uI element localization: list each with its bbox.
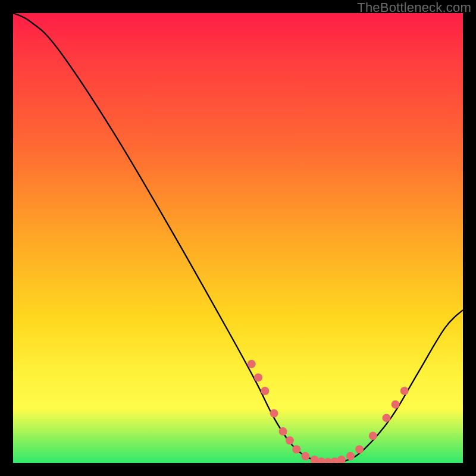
chart-marker bbox=[369, 432, 377, 440]
chart-marker bbox=[254, 373, 262, 381]
chart-marker bbox=[400, 387, 409, 395]
chart-marker bbox=[292, 445, 300, 453]
chart-marker bbox=[301, 452, 309, 461]
chart-marker bbox=[286, 436, 294, 444]
chart-svg bbox=[13, 13, 463, 463]
chart-marker bbox=[270, 409, 278, 418]
marker-group bbox=[248, 360, 409, 463]
chart-frame bbox=[13, 13, 463, 463]
chart-marker bbox=[261, 387, 269, 395]
chart-marker bbox=[383, 414, 391, 422]
bottleneck-curve bbox=[13, 13, 463, 463]
chart-marker bbox=[392, 400, 400, 409]
chart-marker bbox=[248, 360, 256, 368]
chart-marker bbox=[355, 445, 364, 453]
chart-marker bbox=[279, 427, 287, 436]
chart-marker bbox=[337, 456, 346, 463]
chart-marker bbox=[346, 452, 355, 461]
